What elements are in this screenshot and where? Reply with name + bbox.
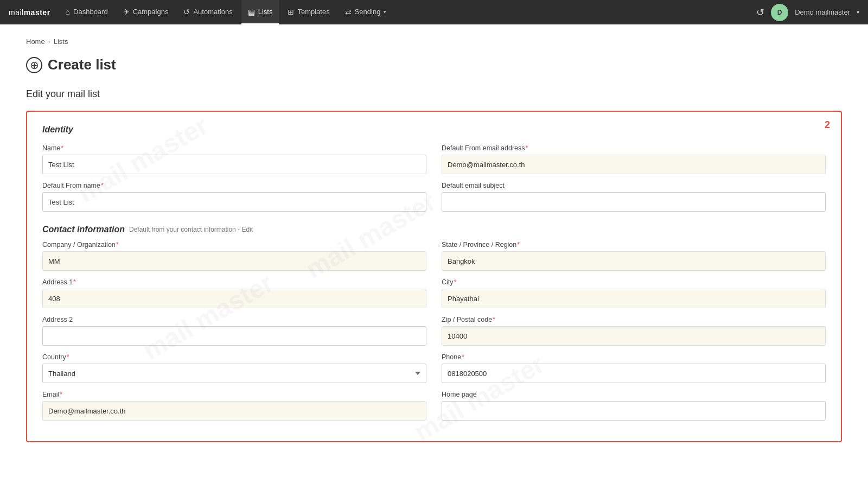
field-default-from-email: Default From email address* [442,144,826,174]
breadcrumb-current: Lists [54,37,68,46]
label-state: State / Province / Region* [442,241,826,249]
input-default-from-email[interactable] [442,155,826,174]
field-zip: Zip / Postal code* [442,316,826,346]
input-address1[interactable] [42,289,426,308]
form-row-2: Default From name* Default email subject [42,182,826,212]
page-title: Create list [48,56,116,73]
lists-icon: ▦ [248,8,255,16]
nav-lists[interactable]: ▦ Lists [241,0,279,24]
label-country: Country* [42,353,426,361]
field-name: Name* [42,144,426,174]
navbar: mailmaster ⌂ Dashboard ✈ Campaigns ↺ Aut… [0,0,868,24]
dashboard-icon: ⌂ [66,8,70,16]
username[interactable]: Demo mailmaster [795,8,850,16]
field-address1: Address 1* [42,278,426,308]
form-card: mail master mail master mail master mail… [26,111,842,442]
breadcrumb-home[interactable]: Home [26,37,45,46]
input-city[interactable] [442,289,826,308]
campaigns-icon: ✈ [123,8,130,16]
input-company[interactable] [42,251,426,271]
label-company: Company / Organization* [42,241,426,249]
field-city: City* [442,278,826,308]
form-row-3: Company / Organization* State / Province… [42,241,826,271]
form-row-1: Name* Default From email address* [42,144,826,174]
user-menu-chevron-icon[interactable]: ▾ [857,9,859,15]
field-phone: Phone* [442,353,826,383]
sending-chevron-icon: ▾ [384,9,386,15]
breadcrumb: Home › Lists [26,37,842,46]
contact-heading: Contact information Default from your co… [42,225,826,234]
sending-icon: ⇄ [345,8,352,16]
nav-templates[interactable]: ⊞ Templates [281,0,336,24]
field-country: Country* Thailand United States United K… [42,353,426,383]
main-content: Home › Lists ⊕ Create list Edit your mai… [0,24,868,490]
input-address2[interactable] [42,326,426,346]
form-row-7: Email* Home page [42,391,826,421]
page-title-row: ⊕ Create list [26,56,842,73]
select-country[interactable]: Thailand United States United Kingdom Ja… [42,364,426,383]
label-address1: Address 1* [42,278,426,286]
field-default-from-name: Default From name* [42,182,426,212]
field-company: Company / Organization* [42,241,426,271]
field-address2: Address 2 [42,316,426,346]
field-homepage: Home page [442,391,826,421]
identity-heading: Identity [42,125,826,135]
form-row-6: Country* Thailand United States United K… [42,353,826,383]
nav-automations[interactable]: ↺ Automations [177,0,239,24]
avatar: D [771,4,788,21]
label-address2: Address 2 [42,316,426,323]
section-title: Edit your mail list [26,88,842,100]
label-phone: Phone* [442,353,826,361]
label-zip: Zip / Postal code* [442,316,826,323]
label-default-from-email: Default From email address* [442,144,826,152]
automations-icon: ↺ [183,8,190,16]
label-homepage: Home page [442,391,826,398]
input-default-from-name[interactable] [42,192,426,212]
input-zip[interactable] [442,326,826,346]
input-homepage[interactable] [442,401,826,421]
breadcrumb-separator: › [48,38,50,46]
field-email: Email* [42,391,426,421]
nav-dashboard[interactable]: ⌂ Dashboard [59,0,114,24]
form-card-number: 2 [825,119,830,131]
label-default-email-subject: Default email subject [442,182,826,189]
app-logo: mailmaster [9,8,50,17]
form-row-5: Address 2 Zip / Postal code* [42,316,826,346]
input-default-email-subject[interactable] [442,192,826,212]
templates-icon: ⊞ [288,8,294,16]
input-email[interactable] [42,401,426,421]
create-list-icon: ⊕ [26,57,42,73]
label-email: Email* [42,391,426,398]
input-name[interactable] [42,155,426,174]
label-default-from-name: Default From name* [42,182,426,189]
form-row-4: Address 1* City* [42,278,826,308]
input-state[interactable] [442,251,826,271]
input-phone[interactable] [442,364,826,383]
field-state: State / Province / Region* [442,241,826,271]
nav-campaigns[interactable]: ✈ Campaigns [117,0,175,24]
nav-sending[interactable]: ⇄ Sending ▾ [339,0,393,24]
label-city: City* [442,278,826,286]
field-default-email-subject: Default email subject [442,182,826,212]
label-name: Name* [42,144,426,152]
history-icon[interactable]: ↺ [756,7,764,18]
nav-right: ↺ D Demo mailmaster ▾ [756,4,859,21]
